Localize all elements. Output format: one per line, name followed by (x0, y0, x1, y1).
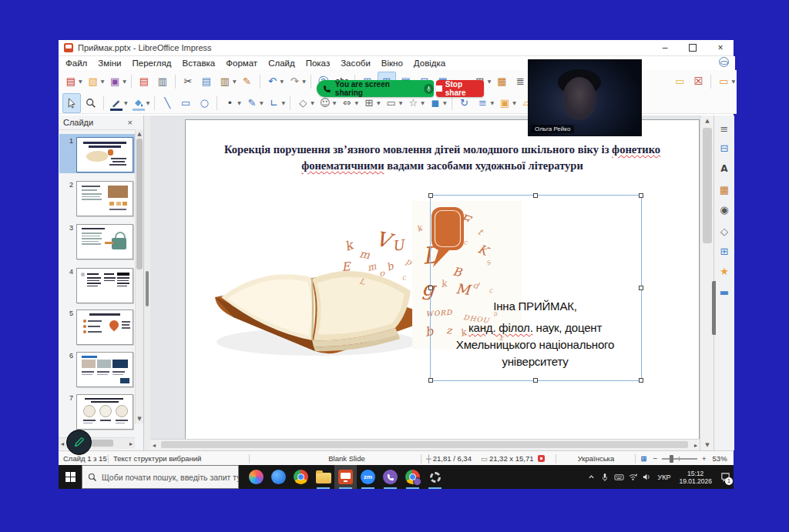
scroll-right-icon[interactable]: ▸ (694, 442, 697, 449)
copilot-taskbar-button[interactable] (245, 465, 267, 489)
dropdown-caret-icon[interactable]: ▼ (233, 79, 237, 84)
viber-taskbar-button[interactable] (379, 465, 401, 489)
dropdown-caret-icon[interactable]: ▼ (123, 79, 126, 84)
resize-handle-n[interactable] (533, 193, 538, 198)
dropdown-caret-icon[interactable]: ▼ (491, 100, 495, 105)
slides-panel-vscrollbar[interactable]: ▲ ▼ (135, 129, 143, 423)
text-language[interactable]: Українська (556, 454, 635, 463)
line-width-button[interactable]: •▼ (221, 94, 242, 112)
menu-view[interactable]: Перегляд (126, 56, 176, 70)
dropdown-caret-icon[interactable]: ▼ (377, 100, 381, 105)
globe-icon[interactable] (719, 57, 729, 67)
zoom-in-icon[interactable]: + (700, 454, 708, 463)
scroll-up-icon[interactable]: ▲ (136, 131, 143, 137)
zoom-percent[interactable]: 53% (708, 454, 732, 463)
dropdown-caret-icon[interactable]: ▼ (237, 100, 241, 105)
undo-button[interactable]: ↶▼ (264, 72, 285, 91)
dropdown-caret-icon[interactable]: ▼ (79, 79, 82, 84)
dropdown-caret-icon[interactable]: ▼ (443, 100, 447, 105)
save-button[interactable]: ▣▼ (106, 72, 127, 91)
insert-media-button[interactable]: ≣ (512, 72, 529, 91)
fill-color-button[interactable]: ▼ (130, 94, 151, 112)
slide-thumbnail-preview[interactable] (76, 352, 133, 387)
action-center-icon[interactable]: 1 (717, 465, 734, 489)
resize-handle-e[interactable] (639, 286, 643, 290)
audio-settings-icon[interactable] (424, 84, 434, 94)
scrollbar-thumb[interactable] (161, 441, 688, 448)
main-hscrollbar[interactable]: ◂ ▸ (150, 439, 700, 450)
slides-panel-close-icon[interactable]: × (128, 118, 133, 127)
resize-handle-nw[interactable] (428, 193, 433, 198)
scrollbar-thumb[interactable] (703, 128, 712, 243)
panel-splitter[interactable] (144, 115, 150, 450)
basic-shapes-button[interactable]: ◇▼ (294, 94, 315, 112)
slide-thumbnail-2[interactable]: 2 (59, 178, 136, 217)
dropdown-caret-icon[interactable]: ▼ (260, 100, 264, 105)
dropdown-caret-icon[interactable]: ▼ (282, 100, 286, 105)
window-titlebar[interactable]: Приймак.pptx - LibreOffice Impress – × (59, 40, 734, 56)
slide-thumbnail-preview[interactable] (76, 394, 133, 430)
gallery-icon[interactable]: ▦ (717, 182, 731, 196)
clone-formatting-button[interactable]: ✎ (239, 72, 256, 91)
dropdown-caret-icon[interactable]: ▼ (124, 100, 128, 105)
dropdown-caret-icon[interactable]: ▼ (354, 100, 358, 105)
splitter-grip[interactable] (146, 271, 149, 306)
settings-taskbar-button[interactable] (424, 465, 446, 489)
ellipse-button[interactable]: ○ (196, 94, 213, 112)
scroll-left-icon[interactable]: ◂ (153, 442, 156, 449)
tray-expand-icon[interactable] (584, 465, 598, 489)
minimize-button[interactable]: – (652, 40, 678, 55)
slide-title-text[interactable]: Корекція порушення зв’язного мовлення ді… (207, 142, 677, 174)
dropdown-caret-icon[interactable]: ▼ (146, 100, 150, 105)
participant-video-overlay[interactable]: Ольга Рейко (528, 59, 642, 136)
select-button[interactable] (62, 93, 81, 113)
document-modified-icon[interactable] (538, 455, 545, 462)
slide-thumbnail-7[interactable]: 7 (59, 391, 136, 430)
cut-button[interactable]: ✂ (180, 72, 196, 91)
file-explorer-taskbar-button[interactable] (312, 465, 334, 489)
fit-slide-icon[interactable]: ⊞ (636, 454, 651, 463)
dropdown-caret-icon[interactable]: ▼ (101, 79, 105, 84)
scroll-left-icon[interactable]: ◂ (61, 440, 64, 447)
dropdown-caret-icon[interactable]: ▼ (488, 79, 492, 84)
scroll-down-icon[interactable]: ▼ (136, 416, 143, 422)
zoom-out-icon[interactable]: − (651, 454, 659, 463)
dropdown-caret-icon[interactable]: ▼ (311, 100, 314, 105)
slide-canvas[interactable]: Корекція порушення зв’язного мовлення ді… (185, 119, 700, 440)
chrome-taskbar-button[interactable] (290, 465, 312, 489)
slide-thumbnail-6[interactable]: 6 (59, 349, 136, 388)
zoom-slider[interactable] (662, 458, 697, 460)
export-pdf-button[interactable]: ▤ (136, 72, 153, 91)
resize-handle-sw[interactable] (428, 378, 433, 383)
menu-window[interactable]: Вікно (376, 56, 408, 70)
zoom-slider-thumb[interactable] (670, 455, 673, 463)
slide-thumbnail-preview[interactable] (76, 309, 133, 345)
insert-comment-button[interactable]: ▭ (671, 72, 688, 91)
dropdown-caret-icon[interactable]: ▼ (731, 79, 735, 84)
paste-button[interactable]: ▥▼ (217, 72, 237, 91)
redo-button[interactable]: ↷▼ (286, 72, 307, 91)
insert-image-button[interactable]: ▦ (493, 72, 510, 91)
impress-taskbar-taskbar-button[interactable] (334, 465, 357, 489)
menu-file[interactable]: Файл (60, 56, 92, 70)
slide-thumbnail-preview[interactable] (76, 224, 133, 259)
close-button[interactable]: × (707, 40, 734, 55)
author-text[interactable]: Інна ПРИЙМАК, канд. філол. наук, доцент … (430, 298, 640, 370)
volume-icon[interactable] (640, 465, 653, 489)
chrome-profile-taskbar-button[interactable] (401, 465, 424, 489)
clock[interactable]: 15:12 19.01.2026 (674, 470, 717, 485)
scroll-up-icon[interactable]: ▲ (700, 118, 714, 124)
dropdown-caret-icon[interactable]: ▼ (302, 79, 306, 84)
scrollbar-thumb[interactable] (136, 139, 143, 269)
open-button[interactable]: ▧▼ (85, 72, 106, 91)
language-indicator[interactable]: УКР (653, 473, 674, 481)
slide-thumbnail-preview[interactable] (76, 268, 133, 303)
restore-button[interactable] (680, 40, 706, 55)
scroll-down-icon[interactable]: ▼ (700, 442, 714, 448)
slide-layout-name[interactable]: Blank Slide (296, 454, 398, 463)
taskbar-search-input[interactable]: Щоби почати пошук, введіть запит тут (82, 465, 239, 489)
annotation-tool-button[interactable] (66, 430, 92, 455)
dropdown-caret-icon[interactable]: ▼ (280, 79, 284, 84)
slide-thumbnail-1[interactable]: 1 (59, 134, 136, 173)
insert-line-button[interactable]: ╲ (159, 94, 176, 112)
